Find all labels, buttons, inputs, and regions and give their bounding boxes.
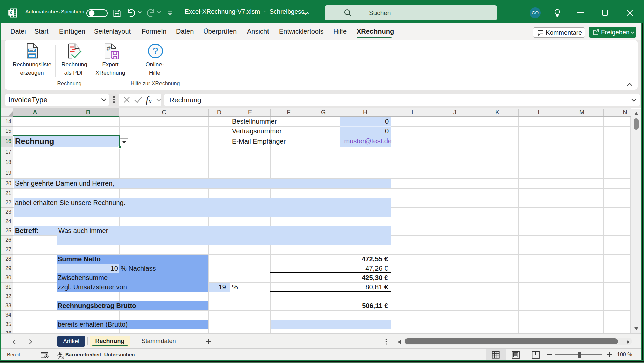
svg-text:X: X [9,10,13,15]
svg-text:?: ? [153,45,158,56]
svg-text:#: # [107,44,111,52]
